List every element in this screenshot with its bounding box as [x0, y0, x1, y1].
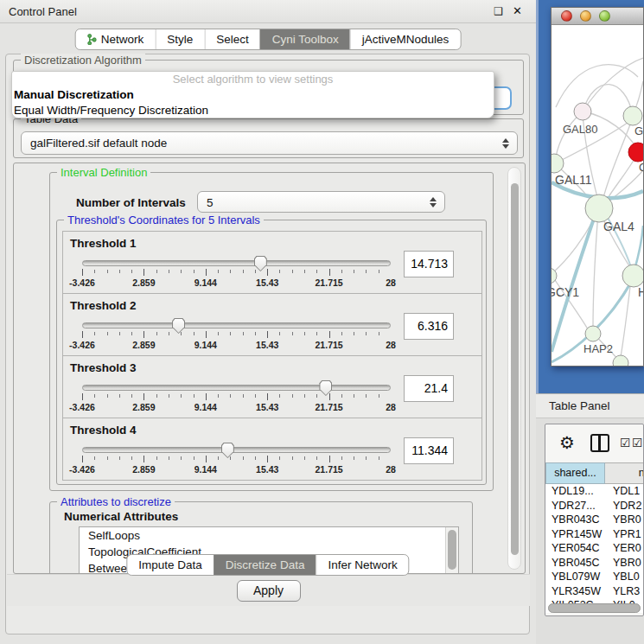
table-horizontal-scrollbar[interactable] — [548, 603, 641, 613]
threshold-4-slider[interactable]: -3.426 2.859 9.144 15.43 21.715 28 — [82, 447, 391, 475]
slider-tick-labels: -3.426 2.859 9.144 15.43 21.715 28 — [82, 464, 391, 475]
tick-label: -3.426 — [69, 402, 95, 412]
table-row[interactable]: YBL079WYBL0 — [545, 570, 644, 584]
table-cell[interactable]: YLR3 — [605, 584, 644, 599]
table-cell[interactable]: YBR0 — [605, 513, 644, 527]
algorithm-dropdown-popup: Select algorithm to view settings Manual… — [11, 71, 494, 118]
threshold-1-value-field[interactable]: 14.713 — [404, 251, 454, 277]
discretization-algorithm-label: Discretization Algorithm — [21, 54, 145, 67]
checkbox-icon[interactable]: ☑ — [632, 436, 643, 450]
threshold-4-value-field[interactable]: 11.344 — [404, 437, 454, 464]
interval-definition-label: Interval Definition — [57, 166, 150, 179]
table-cell[interactable]: YER0 — [605, 541, 644, 556]
threshold-2-slider[interactable]: -3.426 2.859 9.144 15.43 21.715 28 — [82, 322, 391, 350]
table-cell[interactable]: YDL1 — [605, 484, 644, 499]
table-data-selected-value: galFiltered.sif default node — [30, 132, 167, 154]
tick-label: 15.43 — [256, 402, 278, 412]
table-row[interactable]: YBR045CYBR0 — [545, 556, 644, 571]
table-cell[interactable]: YBL0 — [605, 570, 644, 584]
close-traffic-light-icon[interactable] — [561, 10, 572, 22]
table-cell[interactable]: YDL19... — [545, 484, 605, 499]
table-cell[interactable]: YER054C — [545, 541, 605, 556]
slider-track[interactable] — [82, 447, 391, 453]
control-panel-titlebar: Control Panel ❑ ✕ — [0, 0, 536, 23]
table-cell[interactable]: YBR043C — [545, 513, 605, 527]
panel-title: Control Panel — [9, 5, 77, 18]
float-window-icon[interactable]: ❑ — [494, 5, 503, 17]
threshold-3-value-field[interactable]: 21.4 — [404, 375, 454, 402]
node-label: GAL11 — [555, 173, 592, 187]
table-cell[interactable]: YBR0 — [605, 556, 644, 571]
slider-track[interactable] — [82, 260, 391, 266]
checkbox-icon[interactable]: ☑ — [620, 436, 631, 450]
tab-jactivemnodules[interactable]: jActiveMNodules — [350, 29, 461, 49]
table-cell[interactable]: YBR045C — [545, 556, 605, 571]
threshold-3-slider[interactable]: -3.426 2.859 9.144 15.43 21.715 28 — [82, 385, 391, 412]
table-body: YDL19...YDL1 YDR27...YDR2 YBR043CYBR0 YP… — [545, 484, 644, 613]
table-row[interactable]: YPR145WYPR1 — [545, 527, 644, 542]
tab-label: Infer Network — [328, 558, 397, 571]
list-scrollbar[interactable] — [445, 527, 458, 574]
table-cell[interactable]: YLR345W — [545, 584, 605, 599]
zoom-traffic-light-icon[interactable] — [599, 10, 610, 22]
columns-icon[interactable] — [590, 434, 609, 452]
table-cell[interactable]: YDR2 — [605, 499, 644, 513]
number-of-intervals-combobox[interactable]: 5 — [197, 191, 445, 213]
main-vertical-scrollbar[interactable] — [507, 167, 521, 570]
threshold-1-label: Threshold 1 — [70, 237, 137, 250]
network-window-titlebar[interactable] — [552, 8, 643, 25]
threshold-1-panel: Threshold 1 -3.426 2.859 9.144 15.43 — [62, 231, 482, 294]
tab-cyni-toolbox[interactable]: Cyni Toolbox — [260, 29, 350, 49]
apply-button[interactable]: Apply — [237, 580, 301, 602]
tab-label: Select — [216, 33, 249, 46]
popup-placeholder: Select algorithm to view settings — [12, 72, 494, 87]
table-cell[interactable]: YBL079W — [545, 570, 605, 584]
table-row[interactable]: YER054CYER0 — [545, 541, 644, 556]
list-item[interactable]: SelfLoops — [80, 527, 458, 544]
network-canvas[interactable]: GAL80 GA CO GAL11 GAL4 GCY1 HA HAP2 — [552, 25, 643, 366]
column-header-shared[interactable]: shared... — [545, 462, 605, 484]
numerical-attributes-label: Numerical Attributes — [64, 510, 178, 523]
tab-select[interactable]: Select — [204, 29, 260, 49]
scrollbar-thumb[interactable] — [511, 183, 519, 555]
table-data-combobox[interactable]: galFiltered.sif default node — [21, 131, 518, 155]
tick-label: 2.859 — [132, 464, 155, 475]
table-row[interactable]: YLR345WYLR3 — [545, 584, 644, 599]
tab-label: Style — [167, 33, 193, 46]
number-of-intervals-value: 5 — [207, 192, 214, 214]
popup-option-equal-width-frequency[interactable]: Equal Width/Frequency Discretization — [12, 103, 494, 118]
threshold-1-slider[interactable]: -3.426 2.859 9.144 15.43 21.715 28 — [82, 260, 391, 288]
tab-style[interactable]: Style — [155, 29, 204, 49]
scrollbar-thumb[interactable] — [548, 603, 641, 613]
slider-tick-labels: -3.426 2.859 9.144 15.43 21.715 28 — [82, 277, 391, 288]
close-icon[interactable]: ✕ — [513, 4, 522, 17]
apply-strip: Apply — [7, 574, 530, 606]
slider-ticks — [82, 269, 391, 277]
tab-label: Impute Data — [138, 558, 202, 571]
network-view-window[interactable]: GAL80 GA CO GAL11 GAL4 GCY1 HA HAP2 — [551, 7, 644, 367]
tab-impute-data[interactable]: Impute Data — [127, 555, 214, 575]
slider-track[interactable] — [82, 322, 391, 328]
cyni-toolbox-panel: Discretization Algorithm Table Data galF… — [5, 54, 530, 634]
table-row[interactable]: YDR27...YDR2 — [545, 499, 644, 513]
table-toolbar: ⚙ ☑ ☑ — [545, 424, 643, 462]
popup-option-manual-discretization[interactable]: Manual Discretization — [12, 87, 494, 103]
tick-label: 2.859 — [132, 277, 155, 288]
table-cell[interactable]: YPR1 — [605, 527, 644, 542]
attributes-to-discretize-label: Attributes to discretize — [57, 495, 175, 508]
gear-icon[interactable]: ⚙ — [559, 432, 575, 453]
threshold-2-value-field[interactable]: 6.316 — [404, 313, 454, 340]
table-cell[interactable]: YDR27... — [545, 499, 605, 513]
minimize-traffic-light-icon[interactable] — [580, 10, 591, 22]
column-header-name[interactable]: name — [605, 462, 644, 484]
table-row[interactable]: YDL19...YDL1 — [545, 484, 644, 499]
tab-network[interactable]: Network — [76, 29, 156, 49]
table-cell[interactable]: YPR145W — [545, 527, 605, 542]
table-data-group: Table Data galFiltered.sif default node — [13, 118, 524, 158]
slider-track[interactable] — [82, 385, 391, 391]
node-label: HA — [638, 285, 643, 299]
tab-discretize-data[interactable]: Discretize Data — [214, 555, 316, 575]
table-row[interactable]: YBR043CYBR0 — [545, 513, 644, 527]
tab-infer-network[interactable]: Infer Network — [316, 555, 408, 575]
slider-ticks — [82, 393, 391, 401]
